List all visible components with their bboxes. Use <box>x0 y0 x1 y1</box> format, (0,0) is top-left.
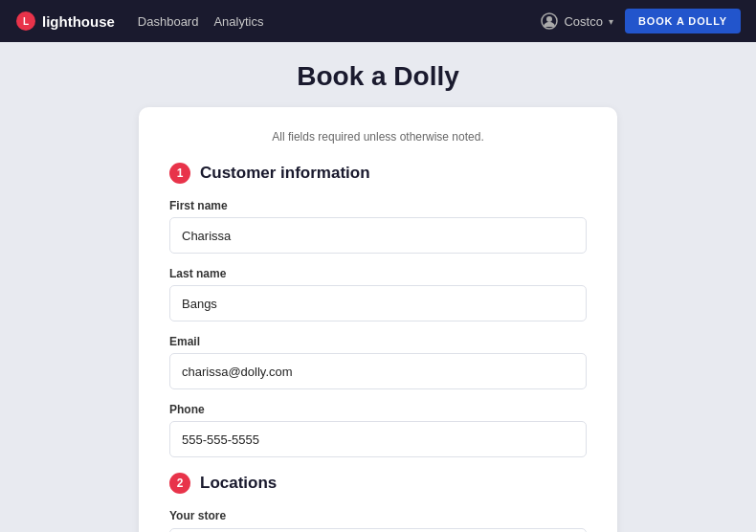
book-dolly-button[interactable]: BOOK A DOLLY <box>625 9 741 33</box>
section1-title: Customer information <box>200 164 370 183</box>
section1-header: 1 Customer information <box>169 163 587 184</box>
user-menu[interactable]: Costco ▾ <box>541 12 612 30</box>
page-title: Book a Dolly <box>297 61 459 92</box>
phone-input[interactable] <box>169 421 587 457</box>
phone-field-group: Phone <box>169 403 587 457</box>
first-name-field-group: First name <box>169 199 587 254</box>
user-name: Costco <box>564 14 602 29</box>
svg-point-3 <box>546 16 552 22</box>
logo-text: lighthouse <box>42 13 115 30</box>
first-name-input[interactable] <box>169 217 587 254</box>
last-name-field-group: Last name <box>169 267 587 321</box>
logo: L lighthouse <box>15 11 115 32</box>
nav-right: Costco ▾ BOOK A DOLLY <box>541 9 741 33</box>
last-name-input[interactable] <box>169 285 587 321</box>
nav-dashboard[interactable]: Dashboard <box>138 14 199 29</box>
email-label: Email <box>169 335 587 348</box>
svg-text:L: L <box>23 16 29 27</box>
section2-header: 2 Locations <box>169 473 587 494</box>
section2-number: 2 <box>169 473 190 494</box>
last-name-label: Last name <box>169 267 587 280</box>
form-note: All fields required unless otherwise not… <box>169 130 587 144</box>
logo-icon: L <box>15 11 36 32</box>
store-label: Your store <box>169 509 587 522</box>
email-input[interactable] <box>169 353 587 389</box>
section2-title: Locations <box>200 474 277 493</box>
section1-number: 1 <box>169 163 190 184</box>
main-content: Book a Dolly All fields required unless … <box>0 42 756 532</box>
email-field-group: Email <box>169 335 587 389</box>
store-select-wrapper: 📍 149 Fletcher Parkway, El Cajon, CA 920… <box>169 528 587 532</box>
first-name-label: First name <box>169 199 587 212</box>
nav-analytics[interactable]: Analytics <box>213 14 263 29</box>
store-select[interactable]: 📍 149 Fletcher Parkway, El Cajon, CA 920… <box>169 528 587 532</box>
user-icon <box>541 12 558 30</box>
phone-label: Phone <box>169 403 587 416</box>
nav-links: Dashboard Analytics <box>138 14 519 29</box>
top-nav: L lighthouse Dashboard Analytics Costco … <box>0 0 756 42</box>
form-card: All fields required unless otherwise not… <box>139 107 617 532</box>
user-chevron: ▾ <box>609 16 613 27</box>
